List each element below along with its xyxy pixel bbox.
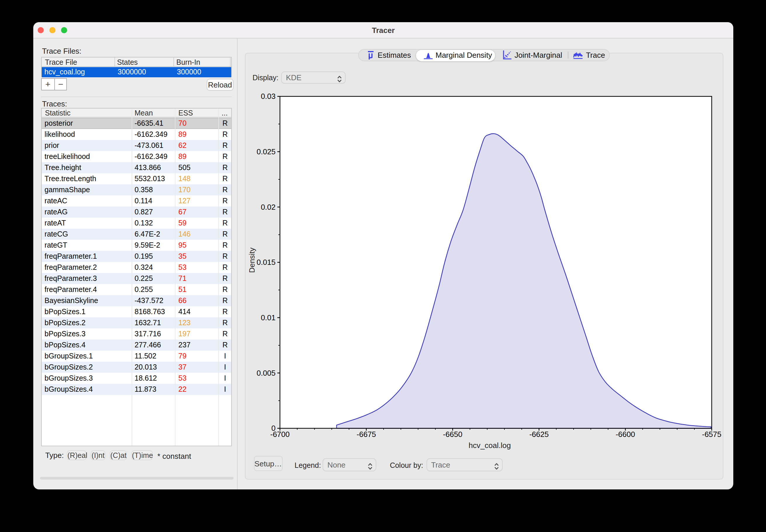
svg-text:-6675: -6675 bbox=[357, 430, 376, 439]
svg-text:0.005: 0.005 bbox=[257, 368, 276, 377]
svg-text:-6575: -6575 bbox=[702, 430, 722, 439]
svg-text:-6625: -6625 bbox=[529, 430, 549, 439]
svg-text:0.01: 0.01 bbox=[261, 313, 276, 322]
svg-text:0.015: 0.015 bbox=[257, 258, 276, 267]
svg-text:0.03: 0.03 bbox=[261, 92, 276, 101]
svg-text:-6600: -6600 bbox=[616, 430, 635, 439]
svg-text:-6700: -6700 bbox=[270, 430, 290, 439]
svg-text:hcv_coal.log: hcv_coal.log bbox=[468, 441, 511, 450]
svg-text:-6650: -6650 bbox=[443, 430, 462, 439]
svg-text:0.02: 0.02 bbox=[261, 202, 276, 211]
svg-text:0.025: 0.025 bbox=[257, 147, 276, 156]
svg-text:Density: Density bbox=[248, 247, 256, 273]
